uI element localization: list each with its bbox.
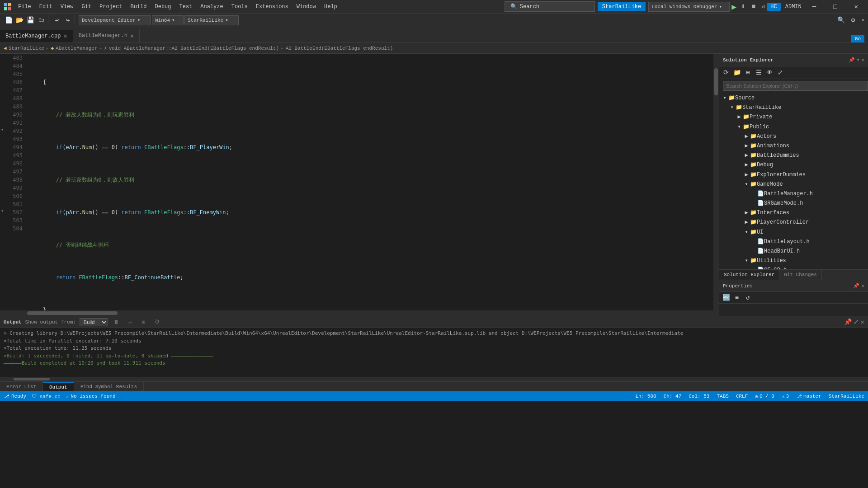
tree-source[interactable]: ▾ 📁 Source bbox=[719, 94, 868, 103]
tree-cf-sr-h[interactable]: 📄 CF_SR.h bbox=[719, 266, 868, 269]
prop-category-button[interactable]: ≡ bbox=[732, 293, 742, 303]
tree-explorerdummies[interactable]: ▶ 📁 ExplorerDummies bbox=[719, 170, 868, 180]
open-file-button[interactable]: 📂 bbox=[14, 15, 24, 25]
redo-button[interactable]: ↪ bbox=[63, 15, 73, 25]
solution-dropdown[interactable]: StarRailLike ▾ bbox=[184, 15, 239, 25]
status-ln[interactable]: Ln: 500 bbox=[635, 394, 656, 399]
tree-public[interactable]: ▾ 📁 Public bbox=[719, 122, 868, 132]
se-settings-button[interactable]: ☰ bbox=[754, 68, 764, 78]
new-file-button[interactable]: 📄 bbox=[4, 15, 14, 25]
run-button[interactable]: ▶ bbox=[731, 2, 736, 12]
tree-utilities[interactable]: ▾ 📁 Utilities bbox=[719, 256, 868, 266]
tree-battledummies[interactable]: ▶ 📁 BattleDummies bbox=[719, 151, 868, 160]
tab-battlemanager-cpp[interactable]: BattleManager.cpp ✕ bbox=[0, 29, 73, 42]
output-scrollbar[interactable] bbox=[0, 377, 868, 381]
tree-playercontroller[interactable]: ▶ 📁 PlayerController bbox=[719, 218, 868, 227]
menu-project[interactable]: Project bbox=[96, 2, 126, 12]
status-col[interactable]: Col: 53 bbox=[689, 394, 709, 399]
go-button[interactable]: Go bbox=[851, 35, 864, 42]
breadcrumb-extra[interactable]: A2_BattleEnd(EBattleFlags endResult) bbox=[286, 46, 393, 51]
output-close-button[interactable]: ✕ bbox=[861, 318, 864, 326]
output-clear-button[interactable]: 🗑 bbox=[112, 317, 122, 327]
menu-build[interactable]: Build bbox=[127, 2, 150, 12]
solution-explorer-search[interactable] bbox=[723, 81, 868, 91]
tree-battlemanager-h[interactable]: 📄 BattleManager.h bbox=[719, 189, 868, 199]
collapse-arrow-492[interactable]: ▾ bbox=[1, 127, 4, 132]
output-filter-button[interactable]: ⊞ bbox=[139, 317, 149, 327]
se-preview-button[interactable]: 👁 bbox=[764, 68, 774, 78]
status-crlf[interactable]: CRLF bbox=[736, 394, 748, 399]
status-no-issues[interactable]: ✓ No issues found bbox=[66, 394, 116, 399]
status-project[interactable]: StarRailLike bbox=[829, 394, 864, 399]
tree-battlelayout-h[interactable]: 📄 BattleLayout.h bbox=[719, 237, 868, 247]
se-tab-git[interactable]: Git Changes bbox=[779, 270, 822, 280]
breadcrumb-method[interactable]: void ABattleManager::A2_BattleEnd(EBattl… bbox=[109, 46, 279, 51]
menu-tools[interactable]: Tools bbox=[228, 2, 251, 12]
se-dropdown-button[interactable]: ▾ bbox=[857, 57, 860, 63]
tree-starraillike[interactable]: ▾ 📁 StarRailLike bbox=[719, 103, 868, 113]
se-tab-solution[interactable]: Solution Explorer bbox=[719, 270, 779, 280]
tab-close-cpp[interactable]: ✕ bbox=[63, 32, 67, 40]
prop-refresh-button[interactable]: ↺ bbox=[743, 293, 753, 303]
save-all-button[interactable]: 🗂 bbox=[36, 15, 46, 25]
output-timer-button[interactable]: ⏱ bbox=[152, 317, 162, 327]
prop-close-button[interactable]: ✕ bbox=[861, 283, 864, 289]
editor-scrollbar[interactable] bbox=[713, 54, 719, 310]
output-wrap-button[interactable]: ↵ bbox=[125, 317, 135, 327]
output-tab-output[interactable]: Output bbox=[43, 382, 74, 391]
undo-button[interactable]: ↩ bbox=[52, 15, 62, 25]
output-expand-button[interactable]: ⤢ bbox=[854, 318, 859, 326]
tab-close-h[interactable]: ✕ bbox=[130, 32, 134, 40]
tab-battlemanager-h[interactable]: BattleManager.h ✕ bbox=[73, 29, 140, 42]
pause-button[interactable]: ⏸ bbox=[738, 3, 747, 10]
menu-window[interactable]: Window bbox=[293, 2, 320, 12]
debug-config-dropdown[interactable]: Local Windows Debugger ▾ bbox=[648, 2, 730, 12]
settings-toolbar-button[interactable]: ⚙ bbox=[848, 15, 858, 25]
tree-private[interactable]: ▶ 📁 Private bbox=[719, 113, 868, 122]
tree-gamemode[interactable]: ▾ 📁 GameMode bbox=[719, 180, 868, 189]
tree-headbarui-h[interactable]: 📄 HeadBarUI.h bbox=[719, 247, 868, 256]
menu-test[interactable]: Test bbox=[176, 2, 196, 12]
maximize-button[interactable]: □ bbox=[827, 1, 843, 12]
horizontal-scrollbar[interactable] bbox=[0, 310, 719, 316]
menu-view[interactable]: View bbox=[57, 2, 77, 12]
menu-git[interactable]: Git bbox=[78, 2, 95, 12]
se-folder-button[interactable]: 📁 bbox=[732, 68, 742, 78]
prop-sort-button[interactable]: 🔤 bbox=[721, 293, 731, 303]
se-close-button[interactable]: ✕ bbox=[861, 57, 864, 63]
h-scrollbar-thumb[interactable] bbox=[27, 311, 118, 315]
code-lines[interactable]: { // 若敌人数组为0，则玩家胜利 if(eArr.Num() == 0) r… bbox=[26, 54, 713, 310]
status-errors[interactable]: ⊘ 0 / 0 bbox=[755, 394, 774, 399]
output-pin-button[interactable]: 📌 bbox=[844, 318, 852, 326]
status-ch[interactable]: Ch: 47 bbox=[664, 394, 682, 399]
output-source-select[interactable]: Build Debug bbox=[80, 318, 108, 326]
menu-debug[interactable]: Debug bbox=[151, 2, 175, 12]
restart-button[interactable]: ↺ bbox=[760, 3, 767, 10]
stop-button[interactable]: ⏹ bbox=[749, 3, 758, 10]
menu-analyze[interactable]: Analyze bbox=[197, 2, 226, 12]
se-filter-button[interactable]: ⊞ bbox=[743, 68, 753, 78]
status-branch[interactable]: ⎇ master bbox=[796, 394, 821, 399]
status-tabs[interactable]: TABS bbox=[717, 394, 728, 399]
output-tab-errorlist[interactable]: Error List bbox=[0, 382, 43, 391]
status-warnings[interactable]: ⚠ 3 bbox=[782, 394, 789, 399]
tree-animations[interactable]: ▶ 📁 Animations bbox=[719, 141, 868, 151]
close-button[interactable]: ✕ bbox=[848, 1, 864, 12]
tree-debug[interactable]: ▶ 📁 Debug bbox=[719, 160, 868, 170]
tree-ui[interactable]: ▾ 📁 UI bbox=[719, 228, 868, 237]
se-pin-button[interactable]: 📌 bbox=[849, 57, 855, 63]
platform-dropdown[interactable]: Win64 ▾ bbox=[152, 15, 184, 25]
scrollbar-thumb[interactable] bbox=[714, 68, 718, 95]
tree-actors[interactable]: ▶ 📁 Actors bbox=[719, 132, 868, 141]
tree-srgamemode-h[interactable]: 📄 SRGameMode.h bbox=[719, 199, 868, 208]
minimize-button[interactable]: ─ bbox=[806, 1, 822, 12]
save-button[interactable]: 💾 bbox=[25, 15, 35, 25]
status-ready[interactable]: Ready bbox=[11, 394, 26, 399]
search-bar[interactable]: 🔍 Search bbox=[505, 1, 595, 12]
collapse-arrow-503[interactable]: ▾ bbox=[1, 208, 4, 214]
prop-pin-button[interactable]: 📌 bbox=[853, 283, 859, 289]
menu-edit[interactable]: Edit bbox=[36, 2, 56, 12]
output-tab-findsymbol[interactable]: Find Symbol Results bbox=[74, 382, 144, 391]
menu-extensions[interactable]: Extensions bbox=[252, 2, 292, 12]
search-toolbar-button[interactable]: 🔍 bbox=[836, 15, 846, 25]
